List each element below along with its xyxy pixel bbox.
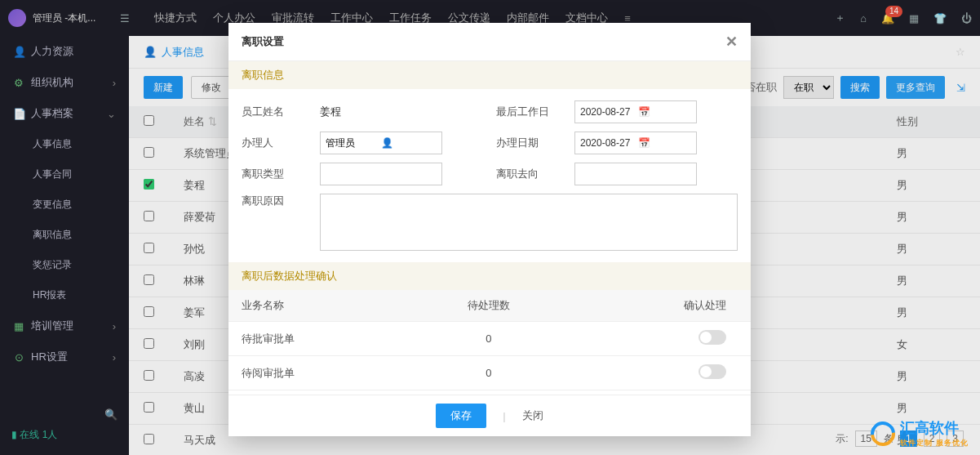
modal-title: 离职设置 — [242, 34, 284, 49]
biz-count: 0 — [410, 322, 568, 356]
brand-text: 汇高软件 — [900, 420, 959, 436]
confirm-toggle[interactable] — [698, 330, 726, 345]
biz-count: 0 — [410, 356, 568, 390]
handler-label: 办理人 — [242, 136, 307, 150]
dest-label: 离职去向 — [496, 167, 561, 181]
biz-col-confirm: 确认处理 — [567, 290, 751, 322]
section-leave-info: 离职信息 — [228, 61, 751, 89]
modal-footer: 保存 | 关闭 — [228, 395, 751, 436]
leave-form: 员工姓名 姜程 最后工作日 2020-08-27📅 办理人 管理员👤 办理日期 … — [228, 89, 751, 262]
watermark-logo: 汇高软件 软件定制 服务优化 — [871, 418, 969, 448]
type-label: 离职类型 — [242, 167, 307, 181]
close-icon[interactable]: ✕ — [725, 33, 738, 51]
dest-input[interactable] — [574, 163, 697, 185]
close-button[interactable]: 关闭 — [522, 408, 543, 423]
reason-label: 离职原因 — [242, 194, 307, 251]
biz-row: 待阅审批单 0 — [228, 356, 751, 390]
handledate-input[interactable]: 2020-08-27📅 — [574, 132, 697, 154]
save-button[interactable]: 保存 — [436, 404, 486, 428]
lastday-input[interactable]: 2020-08-27📅 — [574, 100, 697, 123]
brand-sub: 软件定制 服务优化 — [900, 438, 969, 448]
biz-table: 业务名称 待处理数 确认处理 待批审批单 0 待阅审批单 0 承办审批单 0 待… — [228, 290, 751, 395]
biz-col-count: 待处理数 — [410, 290, 568, 322]
biz-row: 待批审批单 0 — [228, 322, 751, 356]
emp-value: 姜程 — [320, 105, 483, 119]
biz-col-name: 业务名称 — [228, 290, 410, 322]
type-input[interactable] — [320, 163, 442, 185]
handledate-label: 办理日期 — [496, 136, 561, 150]
calendar-icon[interactable]: 📅 — [638, 106, 691, 118]
calendar-icon[interactable]: 📅 — [638, 137, 691, 149]
reason-input[interactable] — [320, 194, 738, 251]
logo-ring-icon — [866, 416, 900, 450]
lastday-label: 最后工作日 — [496, 105, 561, 119]
footer-divider: | — [503, 410, 505, 422]
biz-name: 待批审批单 — [228, 322, 410, 356]
biz-name: 待阅审批单 — [228, 356, 410, 390]
person-picker-icon[interactable]: 👤 — [381, 137, 437, 149]
emp-label: 员工姓名 — [242, 105, 307, 119]
section-data-confirm: 离职后数据处理确认 — [228, 262, 751, 290]
confirm-toggle[interactable] — [698, 364, 726, 379]
handler-input[interactable]: 管理员👤 — [320, 132, 442, 154]
leave-modal: 离职设置 ✕ 离职信息 员工姓名 姜程 最后工作日 2020-08-27📅 办理… — [228, 23, 751, 436]
modal-body: 离职信息 员工姓名 姜程 最后工作日 2020-08-27📅 办理人 管理员👤 … — [228, 61, 751, 395]
modal-header: 离职设置 ✕ — [228, 23, 751, 61]
